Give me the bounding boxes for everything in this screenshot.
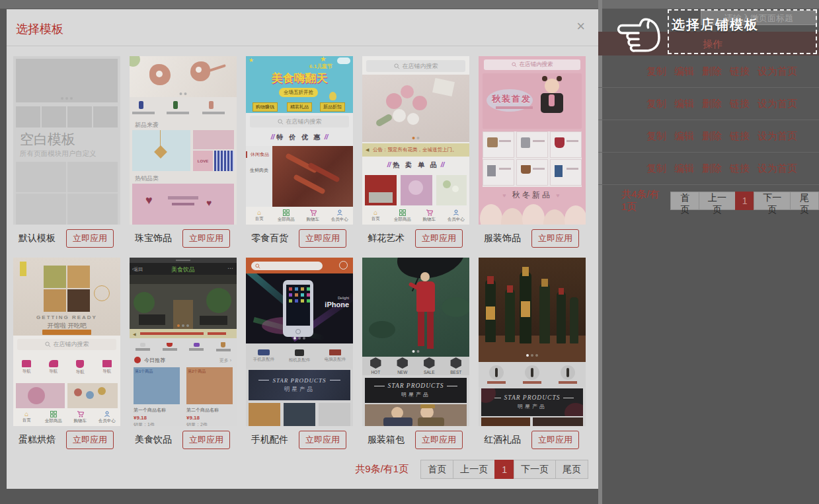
label-bar xyxy=(566,140,578,142)
edit-link[interactable]: 编辑 xyxy=(674,130,694,143)
hat xyxy=(420,404,435,408)
ribbon xyxy=(42,330,91,335)
apply-template-button[interactable]: 立即应用 xyxy=(182,431,230,449)
copy-link[interactable]: 复制 xyxy=(646,98,666,110)
set-home-link[interactable]: 设为首页 xyxy=(758,130,797,143)
set-home-link[interactable]: 设为首页 xyxy=(758,162,797,175)
prev-page-button[interactable]: 上一页 xyxy=(453,460,495,479)
tab-home: ⌂首页 xyxy=(246,207,273,225)
copy-link[interactable]: 复制 xyxy=(646,162,666,175)
counter xyxy=(130,275,237,284)
prev-page-button[interactable]: 上一页 xyxy=(699,192,735,210)
person-icon xyxy=(453,209,459,216)
dress-item xyxy=(555,137,565,148)
grass-blur xyxy=(369,321,395,338)
last-page-button[interactable]: 尾页 xyxy=(555,460,588,479)
apply-template-button[interactable]: 立即应用 xyxy=(531,431,579,449)
product-name: 第一个商品名称 xyxy=(134,407,166,414)
next-page-button[interactable]: 下一页 xyxy=(754,192,790,210)
pants-item xyxy=(487,165,496,176)
pagination-summary: 共4条/有1页 xyxy=(621,188,664,213)
placeholder-block xyxy=(67,194,118,225)
delete-link[interactable]: 删除 xyxy=(702,65,722,78)
star-icon: ★ xyxy=(249,57,254,63)
link-link[interactable]: 链接 xyxy=(730,98,750,110)
apply-template-button[interactable]: 立即应用 xyxy=(66,229,114,248)
grid-cell xyxy=(550,131,582,158)
set-home-link[interactable]: 设为首页 xyxy=(758,65,797,78)
copy-link[interactable]: 复制 xyxy=(646,130,666,143)
star-cn: 明星产品 xyxy=(518,403,547,410)
table-row: 复制编辑删除链接设为首页 xyxy=(598,120,819,153)
delete-link[interactable]: 删除 xyxy=(702,98,722,110)
oven-icon xyxy=(102,360,112,367)
current-page-button[interactable]: 1 xyxy=(494,460,514,479)
grid-cell xyxy=(550,159,582,186)
apply-template-button[interactable]: 立即应用 xyxy=(66,431,114,449)
bunny xyxy=(329,92,336,100)
page-top-bar xyxy=(0,0,819,9)
shop-search-bar: 在店铺内搜索 xyxy=(250,116,349,127)
delete-link[interactable]: 删除 xyxy=(702,130,722,143)
table-row: 复制编辑删除链接设为首页 xyxy=(598,153,819,185)
edit-link[interactable]: 编辑 xyxy=(674,65,694,78)
link-link[interactable]: 链接 xyxy=(730,130,750,143)
label-bar xyxy=(499,168,511,170)
home-icon: ⌂ xyxy=(257,209,261,215)
brand-small: Delight xyxy=(338,296,349,300)
model-oval xyxy=(543,209,566,225)
apply-template-button[interactable]: 立即应用 xyxy=(299,431,346,449)
phone-hero-photo: Delight iPhone xyxy=(246,273,353,343)
star-products-banner: STAR PRODUCTS 明星产品 xyxy=(365,378,467,403)
rose xyxy=(409,180,423,195)
notice-text-bar xyxy=(208,332,226,335)
category-circle xyxy=(525,365,539,380)
last-page-button[interactable]: 尾页 xyxy=(790,192,819,210)
link-link[interactable]: 链接 xyxy=(730,162,750,175)
clothes xyxy=(383,417,412,426)
product-price: ¥9.18 xyxy=(134,415,147,421)
camera-cat-icon xyxy=(295,349,304,356)
edit-link[interactable]: 编辑 xyxy=(674,98,694,110)
apply-template-button[interactable]: 立即应用 xyxy=(299,229,346,248)
nav-item: 导航 xyxy=(13,353,40,382)
wine-category xyxy=(479,362,514,387)
rose xyxy=(401,85,414,98)
first-page-button[interactable]: 首页 xyxy=(670,192,699,210)
apply-template-button[interactable]: 立即应用 xyxy=(531,229,579,248)
template-thumbnail-flowers: 在店铺内搜索 ◀ 公告：预定所有花类，全城送货上门。 //热 卖 单 品// xyxy=(362,56,469,225)
nav-item: 导航 xyxy=(67,353,94,382)
close-icon[interactable]: × xyxy=(572,18,589,34)
next-page-button[interactable]: 下一页 xyxy=(514,460,556,479)
gem-icon xyxy=(173,101,178,109)
current-page-button[interactable]: 1 xyxy=(735,192,755,210)
first-page-button[interactable]: 首页 xyxy=(420,460,453,479)
menu-text-bar xyxy=(189,348,204,351)
apply-template-button[interactable]: 立即应用 xyxy=(415,229,463,248)
carousel-dots xyxy=(526,354,538,357)
section-heading: 新品来袭 xyxy=(135,121,159,129)
nav-icon-row: 导航 导航 导航 导航 xyxy=(13,353,120,382)
apply-template-button[interactable]: 立即应用 xyxy=(415,431,463,449)
star-cn: 明星产品 xyxy=(284,386,315,394)
girl-face xyxy=(545,79,559,93)
bottle-label xyxy=(521,301,530,317)
sweater-item xyxy=(521,137,530,148)
edit-link[interactable]: 编辑 xyxy=(674,162,694,175)
rose xyxy=(386,93,402,109)
banner-sub-bar xyxy=(496,106,533,109)
template-thumbnail-jewelry: 新品来袭 LOVE 热销品类 ♥ ♥ xyxy=(130,56,237,225)
copy-link[interactable]: 复制 xyxy=(646,65,666,78)
label-bar xyxy=(533,168,545,170)
delete-link[interactable]: 删除 xyxy=(702,162,722,175)
section-row: 今日推荐 更多 › xyxy=(130,355,237,366)
set-home-link[interactable]: 设为首页 xyxy=(758,98,797,110)
status-text-bar xyxy=(176,260,190,261)
apply-template-button[interactable]: 立即应用 xyxy=(182,229,230,248)
diamond-dot xyxy=(156,71,163,77)
phone-cat-icon xyxy=(258,349,270,355)
template-name: 默认模板 xyxy=(19,233,56,244)
grid-icon xyxy=(283,209,290,216)
template-thumbnail-fashion: 在店铺内搜索 秋装首发 ♥ 秋冬新品 xyxy=(479,56,586,225)
link-link[interactable]: 链接 xyxy=(730,65,750,78)
